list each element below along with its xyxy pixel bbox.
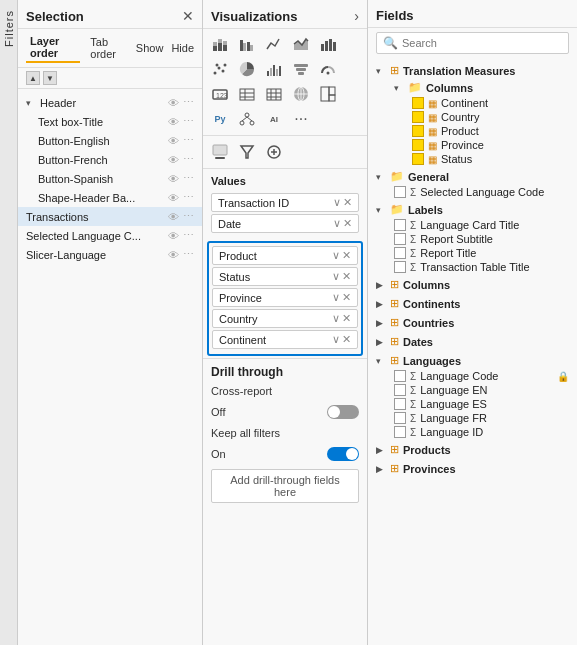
- tree-group-header-products[interactable]: ▶ ⊞ Products: [368, 441, 577, 458]
- checkbox-province[interactable]: [412, 139, 424, 151]
- field-pill-status[interactable]: Status ∨ ✕: [212, 267, 358, 286]
- arrow-up-button[interactable]: ▲: [26, 71, 40, 85]
- checkbox-transaction-table-title[interactable]: [394, 261, 406, 273]
- dots-button-english-icon[interactable]: ⋯: [183, 134, 194, 147]
- checkbox-selected-language-code[interactable]: [394, 186, 406, 198]
- tree-group-header-dates[interactable]: ▶ ⊞ Dates: [368, 333, 577, 350]
- filters-tab[interactable]: Filters: [0, 0, 18, 645]
- tree-group-header-continents[interactable]: ▶ ⊞ Continents: [368, 295, 577, 312]
- viz-table-icon[interactable]: [234, 82, 260, 106]
- close-status-icon[interactable]: ✕: [342, 270, 351, 283]
- field-pill-product[interactable]: Product ∨ ✕: [212, 246, 358, 265]
- checkbox-report-title[interactable]: [394, 247, 406, 259]
- keep-all-filters-toggle-track[interactable]: [327, 447, 359, 461]
- viz-decomp-icon[interactable]: [234, 107, 260, 131]
- layer-item-selected-language[interactable]: Selected Language C... 👁 ⋯: [18, 226, 202, 245]
- checkbox-language-es[interactable]: [394, 398, 406, 410]
- viz-stacked-bar-icon[interactable]: [207, 32, 233, 56]
- tree-item-province[interactable]: ▦ Province: [404, 138, 577, 152]
- eye-header-icon[interactable]: 👁: [168, 97, 179, 109]
- layer-item-transactions[interactable]: Transactions 👁 ⋯: [18, 207, 202, 226]
- selection-close-button[interactable]: ✕: [182, 8, 194, 24]
- layer-item-textbox-title[interactable]: Text box-Title 👁 ⋯: [18, 112, 202, 131]
- tree-item-language-en[interactable]: Σ Language EN: [386, 383, 577, 397]
- tree-group-header-provinces[interactable]: ▶ ⊞ Provinces: [368, 460, 577, 477]
- dots-header-icon[interactable]: ⋯: [183, 96, 194, 109]
- dots-selected-language-icon[interactable]: ⋯: [183, 229, 194, 242]
- add-drill-through-button[interactable]: Add drill-through fields here: [211, 469, 359, 503]
- tree-item-country[interactable]: ▦ Country: [404, 110, 577, 124]
- viz-card-icon[interactable]: 123: [207, 82, 233, 106]
- viz-analytics-icon[interactable]: [261, 140, 287, 164]
- dots-button-french-icon[interactable]: ⋯: [183, 153, 194, 166]
- show-button[interactable]: Show: [136, 42, 164, 54]
- checkbox-language-en[interactable]: [394, 384, 406, 396]
- checkbox-country[interactable]: [412, 111, 424, 123]
- tree-item-status[interactable]: ▦ Status: [404, 152, 577, 166]
- close-province-icon[interactable]: ✕: [342, 291, 351, 304]
- viz-python-icon[interactable]: Py: [207, 107, 233, 131]
- cross-report-toggle-track[interactable]: [327, 405, 359, 419]
- close-product-icon[interactable]: ✕: [342, 249, 351, 262]
- viz-column-icon[interactable]: [315, 32, 341, 56]
- tab-tab-order[interactable]: Tab order: [86, 34, 130, 62]
- close-date-icon[interactable]: ✕: [343, 217, 352, 230]
- eye-button-spanish-icon[interactable]: 👁: [168, 173, 179, 185]
- viz-filter-icon[interactable]: [234, 140, 260, 164]
- layer-item-button-english[interactable]: Button-English 👁 ⋯: [18, 131, 202, 150]
- tree-group-header-labels[interactable]: ▾ 📁 Labels: [368, 201, 577, 218]
- viz-waterfall-icon[interactable]: [261, 57, 287, 81]
- eye-button-french-icon[interactable]: 👁: [168, 154, 179, 166]
- keep-all-filters-toggle[interactable]: [327, 447, 359, 461]
- checkbox-continent[interactable]: [412, 97, 424, 109]
- search-box[interactable]: 🔍: [376, 32, 569, 54]
- checkbox-report-subtitle[interactable]: [394, 233, 406, 245]
- tree-item-continent[interactable]: ▦ Continent: [404, 96, 577, 110]
- viz-expand-icon[interactable]: ›: [354, 8, 359, 24]
- chevron-province-icon[interactable]: ∨: [332, 291, 340, 304]
- chevron-product-icon[interactable]: ∨: [332, 249, 340, 262]
- dots-button-spanish-icon[interactable]: ⋯: [183, 172, 194, 185]
- eye-selected-language-icon[interactable]: 👁: [168, 230, 179, 242]
- tree-item-product[interactable]: ▦ Product: [404, 124, 577, 138]
- tree-item-language-id[interactable]: Σ Language ID: [386, 425, 577, 439]
- viz-treemap-icon[interactable]: [315, 82, 341, 106]
- close-continent-icon[interactable]: ✕: [342, 333, 351, 346]
- viz-map-icon[interactable]: [288, 82, 314, 106]
- eye-button-english-icon[interactable]: 👁: [168, 135, 179, 147]
- tree-item-language-fr[interactable]: Σ Language FR: [386, 411, 577, 425]
- eye-transactions-icon[interactable]: 👁: [168, 211, 179, 223]
- viz-clustered-bar-icon[interactable]: [234, 32, 260, 56]
- tree-group-header-countries[interactable]: ▶ ⊞ Countries: [368, 314, 577, 331]
- chevron-continent-icon[interactable]: ∨: [332, 333, 340, 346]
- eye-slicer-language-icon[interactable]: 👁: [168, 249, 179, 261]
- viz-funnel-icon[interactable]: [288, 57, 314, 81]
- field-pill-date[interactable]: Date ∨ ✕: [211, 214, 359, 233]
- dots-shape-header-icon[interactable]: ⋯: [183, 191, 194, 204]
- arrow-down-button[interactable]: ▼: [43, 71, 57, 85]
- viz-area-icon[interactable]: [288, 32, 314, 56]
- tree-subgroup-header-columns[interactable]: ▾ 📁 Columns: [386, 79, 577, 96]
- checkbox-language-fr[interactable]: [394, 412, 406, 424]
- layer-item-button-spanish[interactable]: Button-Spanish 👁 ⋯: [18, 169, 202, 188]
- tab-layer-order[interactable]: Layer order: [26, 33, 80, 63]
- checkbox-language-id[interactable]: [394, 426, 406, 438]
- tree-item-transaction-table-title[interactable]: Σ Transaction Table Title: [386, 260, 577, 274]
- checkbox-language-card-title[interactable]: [394, 219, 406, 231]
- field-pill-province[interactable]: Province ∨ ✕: [212, 288, 358, 307]
- field-pill-transaction-id[interactable]: Transaction ID ∨ ✕: [211, 193, 359, 212]
- viz-scatter-icon[interactable]: [207, 57, 233, 81]
- layer-item-header[interactable]: ▾ Header 👁 ⋯: [18, 93, 202, 112]
- chevron-date-icon[interactable]: ∨: [333, 217, 341, 230]
- chevron-transaction-id-icon[interactable]: ∨: [333, 196, 341, 209]
- dots-transactions-icon[interactable]: ⋯: [183, 210, 194, 223]
- eye-textbox-title-icon[interactable]: 👁: [168, 116, 179, 128]
- checkbox-status[interactable]: [412, 153, 424, 165]
- viz-matrix-icon[interactable]: [261, 82, 287, 106]
- tree-group-header-languages[interactable]: ▾ ⊞ Languages: [368, 352, 577, 369]
- viz-paint-icon[interactable]: [207, 140, 233, 164]
- checkbox-language-code[interactable]: [394, 370, 406, 382]
- dots-slicer-language-icon[interactable]: ⋯: [183, 248, 194, 261]
- layer-item-shape-header[interactable]: Shape-Header Ba... 👁 ⋯: [18, 188, 202, 207]
- close-country-icon[interactable]: ✕: [342, 312, 351, 325]
